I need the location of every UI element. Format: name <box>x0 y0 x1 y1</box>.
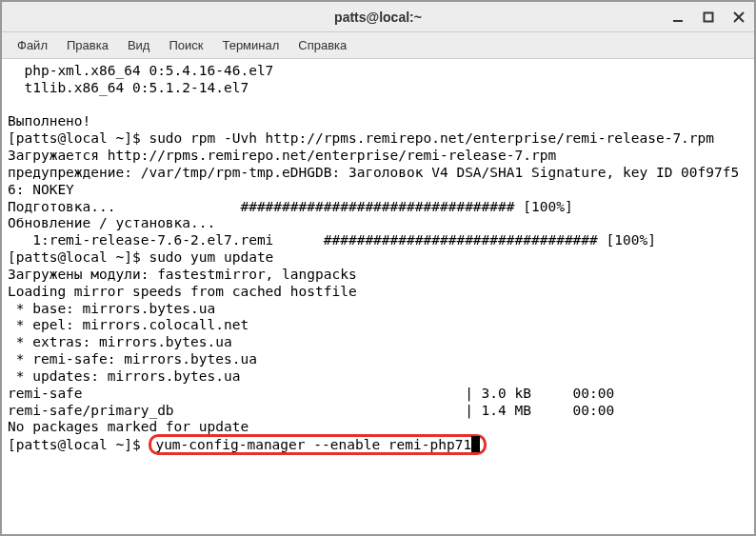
menu-view[interactable]: Вид <box>120 34 158 56</box>
terminal-line: remi-safe/primary_db | 1.4 MB 00:00 <box>8 403 614 418</box>
terminal-line: No packages marked for update <box>8 419 249 434</box>
close-icon <box>733 11 745 23</box>
highlighted-command: yum-config-manager --enable remi-php71 <box>149 434 487 455</box>
terminal-line: * extras: mirrors.bytes.ua <box>8 334 232 349</box>
command-text: yum-config-manager --enable remi-php71 <box>155 437 471 452</box>
menu-terminal[interactable]: Терминал <box>214 34 287 56</box>
minimize-icon <box>672 11 684 23</box>
terminal-line: Обновление / установка... <box>8 215 215 230</box>
terminal-prompt: [patts@local ~]$ <box>8 437 149 452</box>
terminal-window: patts@local:~ Файл Правка Вид Поиск Терм… <box>2 2 754 534</box>
terminal-line: Подготовка... ##########################… <box>8 199 573 214</box>
titlebar: patts@local:~ <box>2 2 754 32</box>
terminal-line: php-xml.x86_64 0:5.4.16-46.el7 <box>8 63 273 78</box>
terminal-line: Загружается http://rpms.remirepo.net/ent… <box>8 148 556 163</box>
terminal-line: remi-safe | 3.0 kB 00:00 <box>8 386 614 401</box>
menu-edit[interactable]: Правка <box>59 34 116 56</box>
menubar: Файл Правка Вид Поиск Терминал Справка <box>2 32 754 59</box>
terminal-line: Загружены модули: fastestmirror, langpac… <box>8 267 357 282</box>
terminal-line: 1:remi-release-7.6-2.el7.remi ##########… <box>8 232 656 248</box>
maximize-button[interactable] <box>701 10 716 25</box>
terminal-line: t1lib.x86_64 0:5.1.2-14.el7 <box>8 80 249 95</box>
svg-rect-1 <box>705 12 713 21</box>
terminal-line: Loading mirror speeds from cached hostfi… <box>8 284 357 299</box>
menu-help[interactable]: Справка <box>290 34 354 56</box>
window-controls <box>670 2 746 31</box>
terminal-line: * base: mirrors.bytes.ua <box>8 301 215 316</box>
window-title: patts@local:~ <box>334 10 422 25</box>
terminal-line: [patts@local ~]$ sudo yum update <box>8 249 273 265</box>
menu-search[interactable]: Поиск <box>161 34 210 56</box>
minimize-button[interactable] <box>670 10 686 25</box>
terminal-line: Выполнено! <box>8 113 90 129</box>
cursor <box>471 436 480 452</box>
terminal-line: * epel: mirrors.colocall.net <box>8 317 249 332</box>
maximize-icon <box>703 11 714 23</box>
menu-file[interactable]: Файл <box>10 34 55 56</box>
terminal-line: предупреждение: /var/tmp/rpm-tmp.eDHGDB:… <box>8 165 739 197</box>
terminal-output[interactable]: php-xml.x86_64 0:5.4.16-46.el7 t1lib.x86… <box>2 59 754 534</box>
terminal-line: * updates: mirrors.bytes.ua <box>8 368 240 384</box>
terminal-line: [patts@local ~]$ sudo rpm -Uvh http://rp… <box>8 130 714 146</box>
terminal-line: * remi-safe: mirrors.bytes.ua <box>8 351 257 367</box>
close-button[interactable] <box>731 10 746 25</box>
